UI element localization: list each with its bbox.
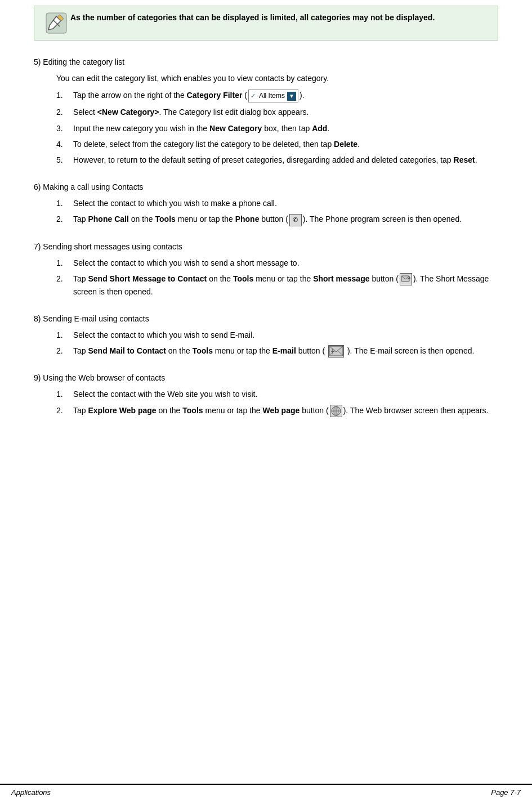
section-title-section5: 5) Editing the category list <box>34 57 498 66</box>
dropdown-check-icon: ✓ <box>251 91 257 101</box>
bold-text: <New Category> <box>97 108 159 117</box>
section-title-section8: 8) Sending E-mail using contacts <box>34 314 498 323</box>
bold-text: Reset <box>454 155 475 164</box>
step-list-section6: 1.Select the contact to which you wish t… <box>56 197 498 226</box>
step-item: 2.Tap Explore Web page on the Tools menu… <box>56 404 498 417</box>
step-number: 4. <box>56 138 73 150</box>
step-content: Input the new category you wish in the N… <box>73 122 498 135</box>
step-number: 2. <box>56 404 73 417</box>
step-item: 1.Select the contact to which you wish t… <box>56 197 498 209</box>
step-content: Select the contact to which you wish to … <box>73 329 498 341</box>
bold-text: Send Short Message to Contact <box>88 274 207 283</box>
bold-text: Tools <box>182 406 203 415</box>
step-content: Select the contact to which you wish to … <box>73 197 498 209</box>
step-content: Tap Send Short Message to Contact on the… <box>73 272 498 298</box>
step-list-section7: 1.Select the contact to which you wish t… <box>56 257 498 298</box>
section-section8: 8) Sending E-mail using contacts1.Select… <box>34 314 498 358</box>
page-content: As the number of categories that can be … <box>0 6 532 478</box>
bold-text: Category Filter <box>187 91 243 100</box>
step-item: 1.Tap the arrow on the right of the Cate… <box>56 89 498 102</box>
step-item: 1.Select the contact with the Web site y… <box>56 388 498 400</box>
step-number: 1. <box>56 89 73 102</box>
step-item: 2.Tap Send Mail to Contact on the Tools … <box>56 345 498 357</box>
bold-text: Tools <box>193 346 213 355</box>
bold-text: Delete <box>334 140 357 149</box>
bold-text: Send Mail to Contact <box>88 346 166 355</box>
step-item: 2.Tap Phone Call on the Tools menu or ta… <box>56 213 498 226</box>
step-content: Select <New Category>. The Category list… <box>73 106 498 118</box>
step-content: Tap Phone Call on the Tools menu or tap … <box>73 213 498 226</box>
step-number: 1. <box>56 388 73 400</box>
bold-text: Short message <box>313 274 369 283</box>
step-content: Select the contact to which you wish to … <box>73 257 498 269</box>
step-item: 2.Tap Send Short Message to Contact on t… <box>56 272 498 298</box>
bold-text: Phone Call <box>88 214 128 224</box>
bold-text: Tools <box>155 214 176 224</box>
note-icon-area <box>42 12 70 34</box>
note-pencil-icon <box>45 12 68 34</box>
step-number: 1. <box>56 257 73 269</box>
section-section7: 7) Sending short messages using contacts… <box>34 242 498 298</box>
category-filter-dropdown[interactable]: ✓All Items▼ <box>248 90 298 102</box>
step-item: 5.However, to return to the default sett… <box>56 154 498 166</box>
note-text: As the number of categories that can be … <box>70 12 490 24</box>
step-item: 2.Select <New Category>. The Category li… <box>56 106 498 118</box>
step-item: 1.Select the contact to which you wish t… <box>56 257 498 269</box>
bold-text: Explore Web page <box>88 406 156 415</box>
step-content: Tap the arrow on the right of the Catego… <box>73 89 498 102</box>
section-desc-section5: You can edit the category list, which en… <box>56 72 498 84</box>
bold-text: Phone <box>235 214 260 224</box>
section-title-section6: 6) Making a call using Contacts <box>34 182 498 191</box>
step-content: Tap Send Mail to Contact on the Tools me… <box>73 345 498 357</box>
section-title-section7: 7) Sending short messages using contacts <box>34 242 498 251</box>
page-footer: Applications Page 7-7 <box>0 784 532 800</box>
short-message-button-icon <box>400 273 412 285</box>
section-section6: 6) Making a call using Contacts1.Select … <box>34 182 498 226</box>
web-page-button-icon <box>330 405 342 417</box>
bold-text: Tools <box>233 274 253 283</box>
phone-button-icon: ✆ <box>289 214 302 226</box>
dropdown-arrow-icon: ▼ <box>287 92 296 101</box>
step-number: 1. <box>56 197 73 209</box>
step-content: Tap Explore Web page on the Tools menu o… <box>73 404 498 417</box>
section-section9: 9) Using the Web browser of contacts1.Se… <box>34 373 498 417</box>
step-list-section5: 1.Tap the arrow on the right of the Cate… <box>56 89 498 166</box>
step-number: 2. <box>56 272 73 298</box>
step-number: 3. <box>56 122 73 135</box>
step-item: 1.Select the contact to which you wish t… <box>56 329 498 341</box>
step-number: 2. <box>56 345 73 357</box>
note-box: As the number of categories that can be … <box>34 6 498 41</box>
step-content: To delete, select from the category list… <box>73 138 498 150</box>
email-button-icon <box>328 345 344 357</box>
step-number: 2. <box>56 106 73 118</box>
step-list-section8: 1.Select the contact to which you wish t… <box>56 329 498 358</box>
section-title-section9: 9) Using the Web browser of contacts <box>34 373 498 382</box>
bold-text: Add <box>312 124 327 133</box>
step-item: 4.To delete, select from the category li… <box>56 138 498 150</box>
step-content: Select the contact with the Web site you… <box>73 388 498 400</box>
sections-container: 5) Editing the category listYou can edit… <box>34 57 498 417</box>
step-list-section9: 1.Select the contact with the Web site y… <box>56 388 498 417</box>
footer-applications: Applications <box>11 788 51 797</box>
step-number: 5. <box>56 154 73 166</box>
bold-text: E-mail <box>272 346 296 355</box>
step-content: However, to return to the default settin… <box>73 154 498 166</box>
bold-text: New Category <box>209 124 262 133</box>
bold-text: Web page <box>262 406 299 415</box>
section-section5: 5) Editing the category listYou can edit… <box>34 57 498 167</box>
step-number: 2. <box>56 213 73 226</box>
step-item: 3.Input the new category you wish in the… <box>56 122 498 135</box>
footer-page-number: Page 7-7 <box>491 788 521 797</box>
dropdown-label: All Items <box>257 91 287 101</box>
step-number: 1. <box>56 329 73 341</box>
